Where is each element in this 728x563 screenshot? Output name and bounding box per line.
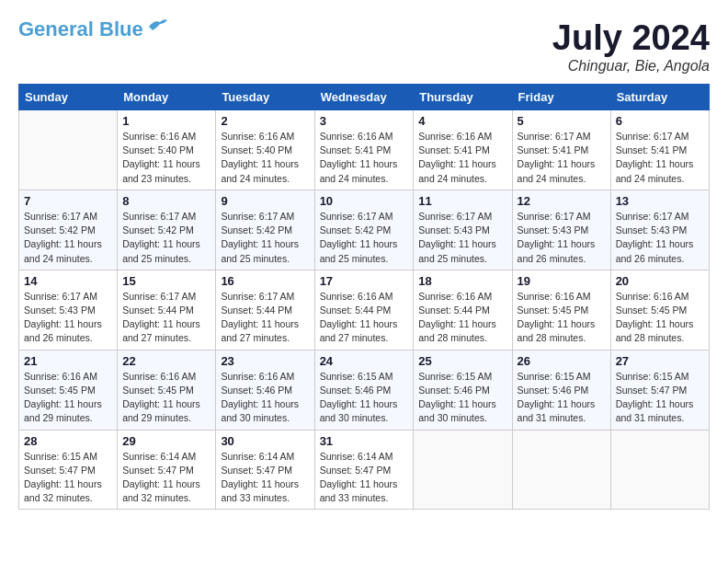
weekday-header-saturday: Saturday <box>610 85 709 110</box>
day-number: 9 <box>221 194 309 208</box>
weekday-header-tuesday: Tuesday <box>216 85 314 110</box>
day-number: 30 <box>221 434 309 448</box>
day-info: Sunrise: 6:17 AMSunset: 5:43 PMDaylight:… <box>518 210 606 266</box>
day-info: Sunrise: 6:16 AMSunset: 5:40 PMDaylight:… <box>221 130 309 186</box>
location: Chinguar, Bie, Angola <box>552 58 710 75</box>
day-number: 5 <box>518 114 606 128</box>
week-row-5: 28Sunrise: 6:15 AMSunset: 5:47 PMDayligh… <box>19 430 710 510</box>
calendar-cell: 19Sunrise: 6:16 AMSunset: 5:45 PMDayligh… <box>512 270 610 350</box>
title-block: July 2024 Chinguar, Bie, Angola <box>552 18 710 75</box>
logo-text: General Blue <box>18 18 143 40</box>
day-info: Sunrise: 6:17 AMSunset: 5:43 PMDaylight:… <box>24 290 112 346</box>
day-info: Sunrise: 6:17 AMSunset: 5:42 PMDaylight:… <box>122 210 210 266</box>
calendar-cell: 26Sunrise: 6:15 AMSunset: 5:46 PMDayligh… <box>512 350 610 430</box>
day-number: 31 <box>320 434 409 448</box>
calendar-cell <box>512 430 610 510</box>
day-info: Sunrise: 6:17 AMSunset: 5:44 PMDaylight:… <box>122 290 210 346</box>
day-info: Sunrise: 6:15 AMSunset: 5:46 PMDaylight:… <box>418 370 506 426</box>
day-info: Sunrise: 6:17 AMSunset: 5:41 PMDaylight:… <box>518 130 606 186</box>
day-number: 11 <box>418 194 506 208</box>
calendar-cell: 23Sunrise: 6:16 AMSunset: 5:46 PMDayligh… <box>216 350 314 430</box>
weekday-header-friday: Friday <box>512 85 610 110</box>
calendar-cell: 15Sunrise: 6:17 AMSunset: 5:44 PMDayligh… <box>118 270 216 350</box>
calendar-cell: 29Sunrise: 6:14 AMSunset: 5:47 PMDayligh… <box>118 430 216 510</box>
day-info: Sunrise: 6:14 AMSunset: 5:47 PMDaylight:… <box>122 450 210 506</box>
day-number: 28 <box>24 434 112 448</box>
day-info: Sunrise: 6:16 AMSunset: 5:44 PMDaylight:… <box>418 290 506 346</box>
day-info: Sunrise: 6:17 AMSunset: 5:43 PMDaylight:… <box>616 210 704 266</box>
page-header: General Blue July 2024 Chinguar, Bie, An… <box>18 18 710 75</box>
calendar-cell: 3Sunrise: 6:16 AMSunset: 5:41 PMDaylight… <box>314 110 414 190</box>
calendar-cell: 9Sunrise: 6:17 AMSunset: 5:42 PMDaylight… <box>216 190 314 270</box>
logo-bird-icon <box>147 17 167 34</box>
calendar-cell: 5Sunrise: 6:17 AMSunset: 5:41 PMDaylight… <box>512 110 610 190</box>
weekday-header-wednesday: Wednesday <box>314 85 414 110</box>
day-number: 14 <box>24 274 112 288</box>
logo-blue: Blue <box>99 17 143 40</box>
day-number: 17 <box>320 274 409 288</box>
calendar-cell <box>610 430 709 510</box>
calendar-cell: 8Sunrise: 6:17 AMSunset: 5:42 PMDaylight… <box>118 190 216 270</box>
week-row-3: 14Sunrise: 6:17 AMSunset: 5:43 PMDayligh… <box>19 270 710 350</box>
day-number: 8 <box>122 194 210 208</box>
logo-general: General <box>18 17 94 40</box>
calendar-cell: 28Sunrise: 6:15 AMSunset: 5:47 PMDayligh… <box>19 430 118 510</box>
day-info: Sunrise: 6:15 AMSunset: 5:47 PMDaylight:… <box>616 370 704 426</box>
calendar-cell: 18Sunrise: 6:16 AMSunset: 5:44 PMDayligh… <box>414 270 512 350</box>
day-number: 10 <box>320 194 409 208</box>
day-number: 15 <box>122 274 210 288</box>
day-number: 12 <box>518 194 606 208</box>
day-number: 19 <box>518 274 606 288</box>
day-info: Sunrise: 6:14 AMSunset: 5:47 PMDaylight:… <box>320 450 409 506</box>
day-number: 29 <box>122 434 210 448</box>
day-info: Sunrise: 6:16 AMSunset: 5:45 PMDaylight:… <box>24 370 112 426</box>
calendar-cell: 25Sunrise: 6:15 AMSunset: 5:46 PMDayligh… <box>414 350 512 430</box>
logo: General Blue <box>18 18 167 40</box>
day-number: 26 <box>518 354 606 368</box>
day-number: 2 <box>221 114 309 128</box>
day-number: 16 <box>221 274 309 288</box>
calendar-cell: 7Sunrise: 6:17 AMSunset: 5:42 PMDaylight… <box>19 190 118 270</box>
day-info: Sunrise: 6:16 AMSunset: 5:46 PMDaylight:… <box>221 370 309 426</box>
day-info: Sunrise: 6:16 AMSunset: 5:45 PMDaylight:… <box>518 290 606 346</box>
calendar-cell: 16Sunrise: 6:17 AMSunset: 5:44 PMDayligh… <box>216 270 314 350</box>
calendar-cell: 30Sunrise: 6:14 AMSunset: 5:47 PMDayligh… <box>216 430 314 510</box>
day-info: Sunrise: 6:15 AMSunset: 5:46 PMDaylight:… <box>320 370 409 426</box>
day-number: 20 <box>616 274 704 288</box>
calendar-cell: 11Sunrise: 6:17 AMSunset: 5:43 PMDayligh… <box>414 190 512 270</box>
calendar-cell: 12Sunrise: 6:17 AMSunset: 5:43 PMDayligh… <box>512 190 610 270</box>
calendar-cell: 24Sunrise: 6:15 AMSunset: 5:46 PMDayligh… <box>314 350 414 430</box>
day-info: Sunrise: 6:15 AMSunset: 5:47 PMDaylight:… <box>24 450 112 506</box>
calendar-cell <box>19 110 118 190</box>
day-number: 23 <box>221 354 309 368</box>
weekday-header-sunday: Sunday <box>19 85 118 110</box>
calendar-cell: 27Sunrise: 6:15 AMSunset: 5:47 PMDayligh… <box>610 350 709 430</box>
calendar-cell: 6Sunrise: 6:17 AMSunset: 5:41 PMDaylight… <box>610 110 709 190</box>
day-info: Sunrise: 6:16 AMSunset: 5:41 PMDaylight:… <box>320 130 409 186</box>
day-info: Sunrise: 6:17 AMSunset: 5:41 PMDaylight:… <box>616 130 704 186</box>
weekday-header-row: SundayMondayTuesdayWednesdayThursdayFrid… <box>19 85 710 110</box>
week-row-4: 21Sunrise: 6:16 AMSunset: 5:45 PMDayligh… <box>19 350 710 430</box>
calendar-cell: 21Sunrise: 6:16 AMSunset: 5:45 PMDayligh… <box>19 350 118 430</box>
calendar-cell <box>414 430 512 510</box>
calendar-cell: 14Sunrise: 6:17 AMSunset: 5:43 PMDayligh… <box>19 270 118 350</box>
day-info: Sunrise: 6:16 AMSunset: 5:41 PMDaylight:… <box>418 130 506 186</box>
calendar-cell: 31Sunrise: 6:14 AMSunset: 5:47 PMDayligh… <box>314 430 414 510</box>
weekday-header-thursday: Thursday <box>414 85 512 110</box>
calendar-table: SundayMondayTuesdayWednesdayThursdayFrid… <box>18 84 710 510</box>
day-number: 24 <box>320 354 409 368</box>
day-number: 7 <box>24 194 112 208</box>
day-number: 4 <box>418 114 506 128</box>
day-number: 25 <box>418 354 506 368</box>
calendar-cell: 22Sunrise: 6:16 AMSunset: 5:45 PMDayligh… <box>118 350 216 430</box>
calendar-cell: 4Sunrise: 6:16 AMSunset: 5:41 PMDaylight… <box>414 110 512 190</box>
day-info: Sunrise: 6:16 AMSunset: 5:45 PMDaylight:… <box>616 290 704 346</box>
day-info: Sunrise: 6:17 AMSunset: 5:42 PMDaylight:… <box>221 210 309 266</box>
day-number: 21 <box>24 354 112 368</box>
calendar-cell: 13Sunrise: 6:17 AMSunset: 5:43 PMDayligh… <box>610 190 709 270</box>
week-row-2: 7Sunrise: 6:17 AMSunset: 5:42 PMDaylight… <box>19 190 710 270</box>
day-number: 22 <box>122 354 210 368</box>
day-info: Sunrise: 6:17 AMSunset: 5:42 PMDaylight:… <box>24 210 112 266</box>
day-number: 13 <box>616 194 704 208</box>
day-info: Sunrise: 6:15 AMSunset: 5:46 PMDaylight:… <box>518 370 606 426</box>
